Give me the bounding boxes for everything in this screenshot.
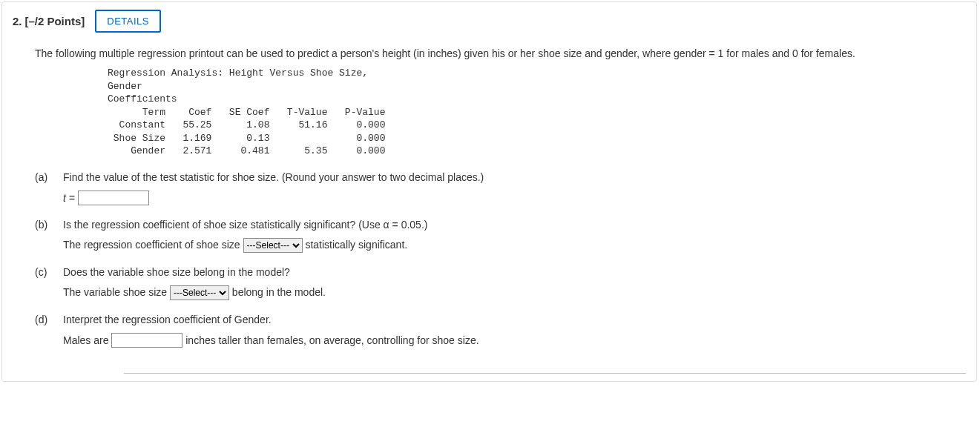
part-d-input[interactable] bbox=[111, 333, 182, 348]
part-b-after: statistically significant. bbox=[305, 239, 407, 251]
part-c-before: The variable shoe size bbox=[63, 286, 167, 298]
part-d-answer-line: Males are inches taller than females, on… bbox=[63, 333, 966, 348]
divider bbox=[124, 373, 966, 374]
part-d-after: inches taller than females, on average, … bbox=[185, 334, 479, 345]
part-a-label: (a) bbox=[35, 171, 56, 183]
part-b: (b) Is the regression coefficient of sho… bbox=[35, 219, 966, 231]
question-card: 2. [–/2 Points] DETAILS The following mu… bbox=[1, 1, 977, 382]
part-b-label: (b) bbox=[35, 219, 56, 231]
part-c-after: belong in the model. bbox=[232, 286, 326, 298]
part-a-prefix: t = bbox=[63, 191, 75, 203]
part-c-select[interactable]: ---Select--- bbox=[170, 285, 229, 300]
part-b-answer-line: The regression coefficient of shoe size … bbox=[63, 238, 966, 253]
question-body: The following multiple regression printo… bbox=[2, 37, 976, 381]
part-a-input[interactable] bbox=[78, 191, 149, 205]
part-b-select[interactable]: ---Select--- bbox=[243, 238, 303, 253]
part-d-before: Males are bbox=[63, 334, 108, 345]
regression-printout: Regression Analysis: Height Versus Shoe … bbox=[108, 67, 966, 158]
part-d-label: (d) bbox=[35, 314, 56, 325]
question-number: 2. [–/2 Points] bbox=[13, 15, 85, 27]
part-c-label: (c) bbox=[35, 266, 56, 278]
part-c: (c) Does the variable shoe size belong i… bbox=[35, 266, 966, 278]
details-button[interactable]: DETAILS bbox=[95, 10, 161, 33]
part-b-before: The regression coefficient of shoe size bbox=[63, 239, 240, 251]
part-a-prompt: Find the value of the test statistic for… bbox=[63, 171, 966, 183]
part-a-answer-line: t = bbox=[63, 191, 966, 205]
intro-text: The following multiple regression printo… bbox=[35, 47, 966, 59]
part-d: (d) Interpret the regression coefficient… bbox=[35, 314, 966, 325]
part-b-prompt: Is the regression coefficient of shoe si… bbox=[63, 219, 966, 231]
part-a: (a) Find the value of the test statistic… bbox=[35, 171, 966, 183]
part-c-answer-line: The variable shoe size ---Select--- belo… bbox=[63, 285, 966, 300]
part-d-prompt: Interpret the regression coefficient of … bbox=[63, 314, 966, 325]
part-c-prompt: Does the variable shoe size belong in th… bbox=[63, 266, 966, 278]
question-header: 2. [–/2 Points] DETAILS bbox=[2, 2, 976, 37]
